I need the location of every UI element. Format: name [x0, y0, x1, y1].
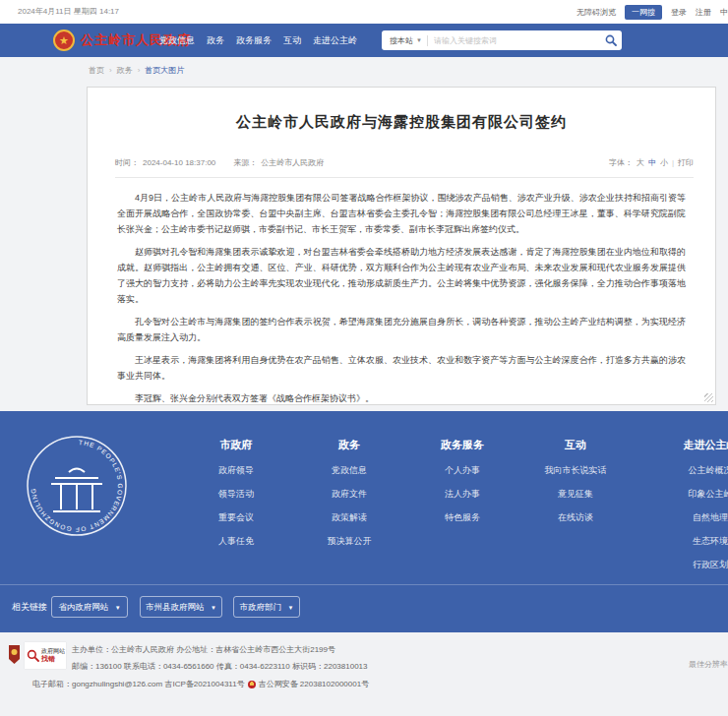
related-dropdown-label: 市政府部门 [240, 602, 282, 612]
article-meta-right: 字体： 大 中 小 | 打印 [609, 157, 694, 168]
footer-column-hudong: 互动 我向市长说实话 意见征集 在线访谈 [521, 431, 630, 529]
footer-link[interactable]: 个人办事 [408, 458, 516, 482]
article-meta: 时间： 2024-04-10 18:37:00 来源： 公主岭市人民政府 字体：… [115, 157, 694, 178]
footer-link[interactable]: 预决算公开 [295, 529, 403, 553]
svg-text:★: ★ [59, 34, 69, 46]
article-meta-left: 时间： 2024-04-10 18:37:00 来源： 公主岭市人民政府 [115, 157, 324, 168]
chevron-down-icon: ▼ [287, 605, 293, 611]
footer-link[interactable]: 公主岭概况 [649, 458, 728, 482]
footer-link[interactable]: 自然地理 [649, 506, 728, 529]
footer-link[interactable]: 领导活动 [182, 482, 290, 506]
gate-illustration-icon [51, 469, 102, 512]
nav-item-hudong[interactable]: 互动 [283, 34, 301, 47]
footer-link[interactable]: 政府文件 [295, 482, 403, 506]
footer-link[interactable]: 政府领导 [182, 458, 290, 482]
font-medium-button[interactable]: 中 [648, 157, 656, 168]
footer-link[interactable]: 生态环境 [649, 529, 728, 553]
footer-link[interactable]: 行政区划 [649, 553, 728, 576]
meta-divider: | [672, 158, 674, 167]
chevron-down-icon: ▼ [211, 605, 216, 611]
search-icon [605, 34, 617, 46]
nav-item-zhengwufuwu[interactable]: 政务服务 [236, 34, 272, 47]
chevron-down-icon: ▼ [115, 605, 121, 611]
font-small-button[interactable]: 小 [660, 157, 668, 168]
public-security-badge-icon [248, 681, 256, 688]
breadcrumb-current: 首页大图片 [145, 65, 184, 76]
footer-divider [0, 584, 728, 585]
article-paragraph: 赵师骐对孔令智和海露集团表示诚挚欢迎，对台盟吉林省委会牵线搭桥助力地方经济发展表… [117, 244, 686, 307]
footer-column-zhengwu: 政务 党政信息 政府文件 政策解读 预决算公开 [295, 431, 403, 553]
breadcrumb-zhengwu[interactable]: 政务 [117, 65, 133, 76]
jiucuo-emblem-icon[interactable] [8, 644, 21, 665]
related-dropdown-label: 省内政府网站 [58, 602, 108, 612]
source-label: 来源： [233, 157, 257, 168]
footer-link[interactable]: 政策解读 [295, 506, 403, 529]
footer-link[interactable]: 党政信息 [295, 458, 403, 482]
national-emblem-icon: ★ [53, 30, 75, 51]
breadcrumb-home[interactable]: 首页 [89, 65, 104, 76]
china-gov-link[interactable]: 中国政府网 [720, 7, 728, 18]
breadcrumb: 首页 › 政务 › 首页大图片 [89, 65, 184, 76]
related-dropdown-province[interactable]: 省内政府网站 ▼ [51, 596, 128, 618]
one-net-search-button[interactable]: 一网搜 [625, 5, 662, 20]
datetime-text: 2024年4月11日 星期四 14:17 [18, 0, 119, 24]
related-dropdown-label: 市州县政府网站 [146, 602, 205, 612]
footer-column-title: 互动 [521, 431, 630, 458]
login-link[interactable]: 登录 [671, 7, 687, 18]
font-large-button[interactable]: 大 [637, 157, 644, 168]
resize-grip[interactable] [704, 393, 713, 402]
footer-link[interactable]: 法人办事 [408, 482, 516, 506]
badge-text: 政府网站 找错 [41, 648, 65, 664]
footer-column-zhengwufuwu: 政务服务 个人办事 法人办事 特色服务 [408, 431, 516, 529]
breadcrumb-separator: › [109, 66, 112, 75]
font-size-label: 字体： [609, 157, 633, 168]
main-nav: 党政信息 政务 政务服务 互动 走进公主岭 [159, 24, 357, 57]
topbar-links: 无障碍浏览 一网搜 登录 注册 中国政府网 [576, 0, 728, 24]
public-security-record-link[interactable]: 吉公网安备 22038102000001号 [259, 679, 370, 689]
footer-link[interactable]: 重要会议 [182, 506, 290, 529]
related-links-label: 相关链接 [12, 596, 47, 618]
article-body: 4月9日，公主岭市人民政府与海露控股集团有限公司签署战略合作框架协议，围绕涉农产… [88, 178, 715, 406]
search-scope-select[interactable]: 搜本站 [382, 35, 413, 46]
nav-item-zoujin[interactable]: 走进公主岭 [313, 34, 357, 47]
article-paragraph: 李冠辉、张兴金分别代表双方签署《战略合作框架协议书》。 [117, 390, 686, 406]
search-input[interactable] [428, 36, 600, 45]
host-info-line: 主办单位：公主岭市人民政府 办公地址：吉林省公主岭市西公主大街2199号 [72, 644, 335, 655]
footer-link[interactable]: 人事任免 [182, 529, 290, 553]
footer-link[interactable]: 在线访谈 [521, 506, 630, 529]
article-paragraph: 孔令智对公主岭市与海露集团的签约合作表示祝贺，希望海露集团充分施展自身所长，调动… [117, 314, 686, 345]
footer-column-title: 走进公主岭 [649, 431, 728, 458]
footer-column-title: 市政府 [182, 431, 290, 458]
footer-link[interactable]: 印象公主岭 [649, 482, 728, 506]
footer-link[interactable]: 我向市长说实话 [521, 458, 630, 482]
print-button[interactable]: 打印 [678, 157, 694, 168]
footer-link[interactable]: 意见征集 [521, 482, 630, 506]
time-label: 时间： [115, 157, 139, 168]
article-paragraph: 王冰星表示，海露集团将利用自身优势在农产品销售、立体农服、农业技术、农业和数字资… [117, 352, 686, 384]
footer-nav: THE PEOPLE'S GOVERNMENT OF GONGZHULING 市… [0, 411, 728, 632]
footer-link[interactable]: 特色服务 [408, 506, 516, 529]
related-dropdown-departments[interactable]: 市政府部门 ▼ [233, 596, 300, 618]
government-seal-logo: THE PEOPLE'S GOVERNMENT OF GONGZHULING [26, 435, 128, 537]
footer-column-title: 政务服务 [408, 431, 516, 458]
search-button[interactable] [600, 30, 622, 50]
article-title: 公主岭市人民政府与海露控股集团有限公司签约 [88, 113, 715, 132]
resolution-hint: 最佳分辨率：1920*1080 [689, 659, 728, 670]
nav-item-dangzheng[interactable]: 党政信息 [159, 34, 195, 47]
icp-info-line: 电子邮箱：gongzhulingshi@126.com 吉ICP备2021004… [32, 679, 369, 689]
related-dropdown-city[interactable]: 市州县政府网站 ▼ [140, 596, 222, 618]
chevron-down-icon: ▼ [416, 37, 422, 43]
badge-line1: 政府网站 [41, 648, 65, 655]
contact-info-line: 邮编：136100 联系电话：0434-6561660 传真：0434-6223… [72, 661, 367, 672]
website-error-report-badge[interactable]: 政府网站 找错 [25, 642, 66, 669]
register-link[interactable]: 注册 [696, 7, 711, 18]
topbar: 2024年4月11日 星期四 14:17 无障碍浏览 一网搜 登录 注册 中国政… [0, 0, 728, 24]
article-paragraph: 4月9日，公主岭市人民政府与海露控股集团有限公司签署战略合作框架协议，围绕涉农产… [117, 190, 686, 237]
content-area: 首页 › 政务 › 首页大图片 公主岭市人民政府与海露控股集团有限公司签约 时间… [0, 57, 728, 411]
footer-column-title: 政务 [295, 431, 403, 458]
nav-item-zhengwu[interactable]: 政务 [207, 34, 224, 47]
email-icp-text: 电子邮箱：gongzhulingshi@126.com 吉ICP备2021004… [32, 679, 245, 689]
site-header: ★ 公主岭市人民政府 党政信息 政务 政务服务 互动 走进公主岭 搜本站 ▼ [0, 24, 728, 57]
accessibility-link[interactable]: 无障碍浏览 [576, 7, 616, 18]
footer-bottom: 政府网站 找错 主办单位：公主岭市人民政府 办公地址：吉林省公主岭市西公主大街2… [0, 632, 728, 716]
